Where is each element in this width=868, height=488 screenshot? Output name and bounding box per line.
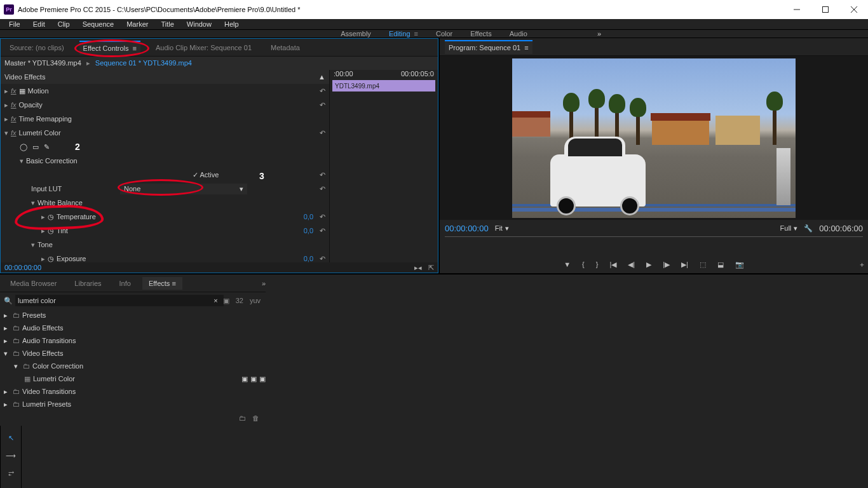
overflow-icon[interactable]: »	[262, 280, 266, 287]
tree-color-correction[interactable]: ▾🗀Color Correction	[0, 360, 266, 372]
panel-menu-icon[interactable]: ≡	[524, 44, 528, 51]
tone-row[interactable]: ▾Tone	[1, 238, 329, 252]
tab-source[interactable]: Source: (no clips)	[6, 41, 68, 54]
basic-correction-row[interactable]: ▾Basic Correction	[1, 154, 329, 168]
extract-icon[interactable]: ⬓	[717, 261, 724, 269]
workspace-assembly[interactable]: Assembly	[341, 30, 371, 37]
reset-icon[interactable]: ↶	[320, 255, 325, 263]
checkmark-icon[interactable]: ✓	[193, 171, 198, 179]
step-forward-icon[interactable]: |▶	[663, 261, 670, 269]
mini-clip[interactable]: YDTL3499.mp4	[332, 80, 435, 92]
master-clip-label[interactable]: Master * YDTL3499.mp4	[4, 59, 81, 67]
track-select-tool-icon[interactable]: ⟶	[4, 450, 17, 461]
workspace-audio[interactable]: Audio	[510, 30, 527, 37]
white-balance-row[interactable]: ▾White Balance	[1, 196, 329, 210]
goto-out-icon[interactable]: ▶|	[681, 261, 688, 269]
tab-program[interactable]: Program: Sequence 01 ≡	[445, 40, 532, 54]
tree-lumetri-presets[interactable]: ▸🗀Lumetri Presets	[0, 398, 266, 410]
marker-icon[interactable]: ▼	[564, 261, 571, 268]
zoom-fit-dropdown[interactable]: Fit▾	[495, 224, 509, 233]
clear-search-icon[interactable]: ×	[214, 297, 217, 304]
up-arrow-icon[interactable]: ▲	[318, 73, 329, 81]
tree-video-transitions[interactable]: ▸🗀Video Transitions	[0, 385, 266, 398]
effects-search-input[interactable]	[15, 295, 224, 306]
program-viewport[interactable]	[440, 56, 868, 220]
step-back-icon[interactable]: ◀|	[628, 261, 635, 269]
stopwatch-icon[interactable]: ◷	[48, 227, 54, 235]
temperature-value[interactable]: 0,0	[304, 213, 320, 220]
workspace-editing[interactable]: Editing≡	[389, 30, 418, 37]
program-tc-left[interactable]: 00:00:00:00	[445, 224, 489, 233]
tint-row[interactable]: ▸◷Tint0,0↶	[1, 224, 329, 238]
program-scrubber[interactable]	[445, 236, 863, 244]
new-bin-icon[interactable]: 🗀	[239, 414, 246, 422]
reset-icon[interactable]: ↶	[320, 213, 325, 221]
exposure-row[interactable]: ▸◷Exposure0,0↶	[1, 252, 329, 262]
menu-edit[interactable]: Edit	[28, 19, 50, 29]
ripple-edit-tool-icon[interactable]: ⥂	[4, 468, 17, 479]
resolution-dropdown[interactable]: Full▾	[780, 224, 798, 233]
reset-icon[interactable]: ↶	[320, 129, 325, 137]
menu-marker[interactable]: Marker	[121, 19, 153, 29]
menu-file[interactable]: File	[4, 19, 25, 29]
ellipse-mask-icon[interactable]: ◯	[20, 143, 27, 151]
workspace-color[interactable]: Color	[436, 30, 452, 37]
play-icon[interactable]: ▶	[646, 261, 651, 269]
reset-icon[interactable]: ↶	[320, 87, 325, 95]
sequence-clip-link[interactable]: Sequence 01 * YDTL3499.mp4	[95, 59, 192, 67]
input-lut-dropdown[interactable]: None ▾	[120, 184, 247, 194]
tab-metadata[interactable]: Metadata	[267, 41, 304, 54]
tab-media-browser[interactable]: Media Browser	[4, 277, 63, 290]
out-point-icon[interactable]: }	[596, 261, 599, 268]
exposure-value[interactable]: 0,0	[304, 255, 320, 262]
stopwatch-icon[interactable]: ◷	[48, 213, 54, 221]
reset-icon[interactable]: ↶	[320, 227, 325, 235]
tree-audio-effects[interactable]: ▸🗀Audio Effects	[0, 322, 266, 334]
tint-value[interactable]: 0,0	[304, 227, 320, 234]
reset-icon[interactable]: ↶	[320, 101, 325, 109]
menu-title[interactable]: Title	[156, 19, 179, 29]
effect-opacity[interactable]: ▸fxOpacity↶	[1, 98, 329, 112]
goto-in-icon[interactable]: |◀	[609, 261, 616, 269]
menu-sequence[interactable]: Sequence	[78, 19, 119, 29]
export-frame-icon[interactable]: 📷	[735, 261, 744, 269]
window-minimize-button[interactable]	[782, 0, 811, 19]
yuv-badge-icon[interactable]: yuv	[248, 295, 262, 306]
tab-effect-controls[interactable]: Effect Controls ≡	[79, 41, 140, 55]
reset-icon[interactable]: ↶	[320, 185, 325, 193]
panel-menu-icon[interactable]: ≡	[133, 44, 137, 52]
menu-window[interactable]: Window	[182, 19, 217, 29]
fx-badge-icon[interactable]: ▣	[222, 295, 231, 306]
rect-mask-icon[interactable]: ▭	[32, 143, 39, 151]
button-editor-icon[interactable]: ＋	[858, 260, 865, 269]
lift-icon[interactable]: ⬚	[700, 261, 706, 269]
export-icon[interactable]: ⇱	[428, 264, 434, 272]
window-maximize-button[interactable]	[811, 0, 839, 19]
effect-time-remapping[interactable]: ▸fxTime Remapping	[1, 112, 329, 126]
window-close-button[interactable]	[839, 0, 868, 19]
tree-lumetri-color[interactable]: ▦Lumetri Color▣▣▣	[0, 372, 266, 385]
tree-presets[interactable]: ▸🗀Presets	[0, 309, 266, 322]
workspace-overflow-button[interactable]: »	[597, 30, 601, 37]
reset-icon[interactable]: ↶	[320, 171, 325, 179]
32bit-badge-icon[interactable]: 32	[234, 295, 245, 306]
stopwatch-icon[interactable]: ◷	[48, 255, 54, 263]
wrench-icon[interactable]: 🔧	[804, 224, 813, 233]
tab-info[interactable]: Info	[113, 277, 137, 290]
tree-video-effects[interactable]: ▾🗀Video Effects	[0, 347, 266, 360]
tab-audio-clip-mixer[interactable]: Audio Clip Mixer: Sequence 01	[152, 41, 255, 54]
pen-mask-icon[interactable]: ✎	[44, 143, 50, 151]
menu-help[interactable]: Help	[219, 19, 244, 29]
tab-libraries[interactable]: Libraries	[68, 277, 107, 290]
workspace-effects[interactable]: Effects	[470, 30, 491, 37]
trash-icon[interactable]: 🗑	[252, 414, 259, 422]
ec-timecode[interactable]: 00:00:00:00	[4, 264, 41, 271]
tab-effects[interactable]: Effects ≡	[142, 277, 182, 290]
rolling-edit-tool-icon[interactable]: ↔	[4, 485, 17, 488]
tree-audio-transitions[interactable]: ▸🗀Audio Transitions	[0, 334, 266, 347]
panel-menu-icon[interactable]: ≡	[172, 280, 175, 287]
temperature-row[interactable]: ▸◷Temperature0,0↶	[1, 210, 329, 224]
loop-icon[interactable]: ▸◂	[414, 264, 422, 272]
effect-lumetri-color[interactable]: ▾fxLumetri Color↶	[1, 126, 329, 140]
effect-motion[interactable]: ▸fx▦Motion↶	[1, 84, 329, 98]
